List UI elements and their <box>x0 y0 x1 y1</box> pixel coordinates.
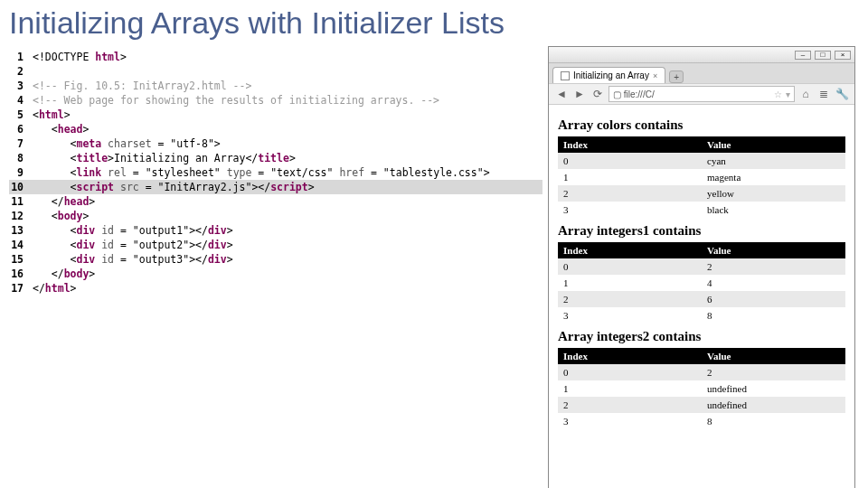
code-text: <link rel = "stylesheet" type = "text/cs… <box>33 165 490 180</box>
forward-button[interactable]: ► <box>572 87 587 101</box>
cell-index: 0 <box>558 153 702 169</box>
output-table: IndexValue021undefined2undefined38 <box>558 348 845 429</box>
table-row: 38 <box>558 307 845 324</box>
line-number: 1 <box>9 50 33 64</box>
code-line: 14 <div id = "output2"></div> <box>9 238 542 252</box>
table-row: 26 <box>558 291 845 307</box>
output-heading: Array colors contains <box>558 117 845 133</box>
code-line: 8 <title>Initializing an Array</title> <box>9 151 542 165</box>
reload-button[interactable]: ⟳ <box>590 87 605 101</box>
line-number: 6 <box>9 122 33 136</box>
table-row: 2undefined <box>558 397 845 413</box>
line-number: 13 <box>9 223 33 238</box>
code-line: 1<!DOCTYPE html> <box>9 50 542 64</box>
code-text: <!-- Web page for showing the results of… <box>33 93 439 108</box>
line-number: 5 <box>9 108 33 122</box>
minimize-button[interactable]: – <box>795 51 811 60</box>
menu-button[interactable]: ≣ <box>816 87 831 101</box>
line-number: 15 <box>9 252 33 267</box>
code-line: 12 <body> <box>9 209 542 223</box>
cell-value: 4 <box>702 275 845 291</box>
col-header-index: Index <box>558 348 702 364</box>
code-line: 9 <link rel = "stylesheet" type = "text/… <box>9 165 542 180</box>
line-number: 4 <box>9 93 33 108</box>
cell-index: 3 <box>558 307 702 324</box>
wrench-icon[interactable]: 🔧 <box>835 87 849 101</box>
code-text: <body> <box>33 209 89 223</box>
table-row: 1undefined <box>558 380 845 397</box>
code-line: 13 <div id = "output1"></div> <box>9 223 542 238</box>
col-header-index: Index <box>558 242 702 258</box>
cell-index: 0 <box>558 364 702 380</box>
col-header-value: Value <box>702 136 845 153</box>
tab-favicon <box>561 71 570 80</box>
code-line: 6 <head> <box>9 122 542 136</box>
cell-value: magenta <box>702 169 845 185</box>
code-text: <html> <box>33 108 71 122</box>
code-text: <div id = "output2"></div> <box>33 238 233 252</box>
code-line: 3<!-- Fig. 10.5: InitArray2.html --> <box>9 79 542 93</box>
table-row: 1magenta <box>558 169 845 185</box>
line-number: 14 <box>9 238 33 252</box>
cell-value: undefined <box>702 380 845 397</box>
cell-index: 3 <box>558 413 702 429</box>
window-titlebar: – □ × <box>549 47 854 63</box>
table-row: 2yellow <box>558 185 845 202</box>
code-line: 4<!-- Web page for showing the results o… <box>9 93 542 108</box>
code-text: <script src = "InitArray2.js"></script> <box>33 180 315 194</box>
code-line: 11 </head> <box>9 194 542 209</box>
code-text: <!DOCTYPE html> <box>33 50 127 64</box>
back-button[interactable]: ◄ <box>554 87 569 101</box>
page-icon: ▢ <box>613 89 621 99</box>
code-text: <meta charset = "utf-8"> <box>33 136 221 151</box>
cell-value: 8 <box>702 413 845 429</box>
address-bar[interactable]: ▢ file:///C/ ☆ ▾ <box>609 86 795 102</box>
output-heading: Array integers2 contains <box>558 329 845 344</box>
line-number: 10 <box>9 180 33 194</box>
line-number: 2 <box>9 64 33 79</box>
bookmark-icon[interactable]: ☆ <box>774 89 782 99</box>
tab-close-icon[interactable]: × <box>653 71 657 80</box>
home-button[interactable]: ⌂ <box>798 87 813 101</box>
cell-index: 2 <box>558 291 702 307</box>
code-text: <div id = "output3"></div> <box>33 252 233 267</box>
maximize-button[interactable]: □ <box>815 51 831 60</box>
line-number: 12 <box>9 209 33 223</box>
tab-title: Initializing an Array <box>573 70 649 80</box>
output-heading: Array integers1 contains <box>558 223 845 239</box>
cell-value: black <box>702 202 845 218</box>
line-number: 11 <box>9 194 33 209</box>
table-row: 02 <box>558 364 845 380</box>
cell-value: 2 <box>702 364 845 380</box>
browser-tab[interactable]: Initializing an Array × <box>552 67 665 83</box>
tab-strip: Initializing an Array × + <box>549 63 854 83</box>
table-row: 38 <box>558 413 845 429</box>
slide-title: Initializing Arrays with Initializer Lis… <box>0 0 868 46</box>
dropdown-icon[interactable]: ▾ <box>786 89 790 99</box>
cell-index: 0 <box>558 258 702 275</box>
cell-index: 1 <box>558 275 702 291</box>
line-number: 3 <box>9 79 33 93</box>
line-number: 16 <box>9 267 33 281</box>
cell-value: yellow <box>702 185 845 202</box>
new-tab-button[interactable]: + <box>669 70 684 83</box>
code-text: <head> <box>33 122 89 136</box>
col-header-value: Value <box>702 242 845 258</box>
code-text: </head> <box>33 194 95 209</box>
cell-index: 2 <box>558 185 702 202</box>
table-row: 0cyan <box>558 153 845 169</box>
code-text: </html> <box>33 281 77 296</box>
cell-index: 2 <box>558 397 702 413</box>
close-button[interactable]: × <box>835 51 851 60</box>
browser-window: – □ × Initializing an Array × + ◄ ► ⟳ ▢ … <box>548 46 855 488</box>
col-header-index: Index <box>558 136 702 153</box>
code-text: <!-- Fig. 10.5: InitArray2.html --> <box>33 79 251 93</box>
cell-index: 1 <box>558 380 702 397</box>
code-line: 17</html> <box>9 281 542 296</box>
line-number: 17 <box>9 281 33 296</box>
cell-value: 6 <box>702 291 845 307</box>
table-row: 02 <box>558 258 845 275</box>
cell-value: 8 <box>702 307 845 324</box>
code-line: 5<html> <box>9 108 542 122</box>
cell-index: 3 <box>558 202 702 218</box>
